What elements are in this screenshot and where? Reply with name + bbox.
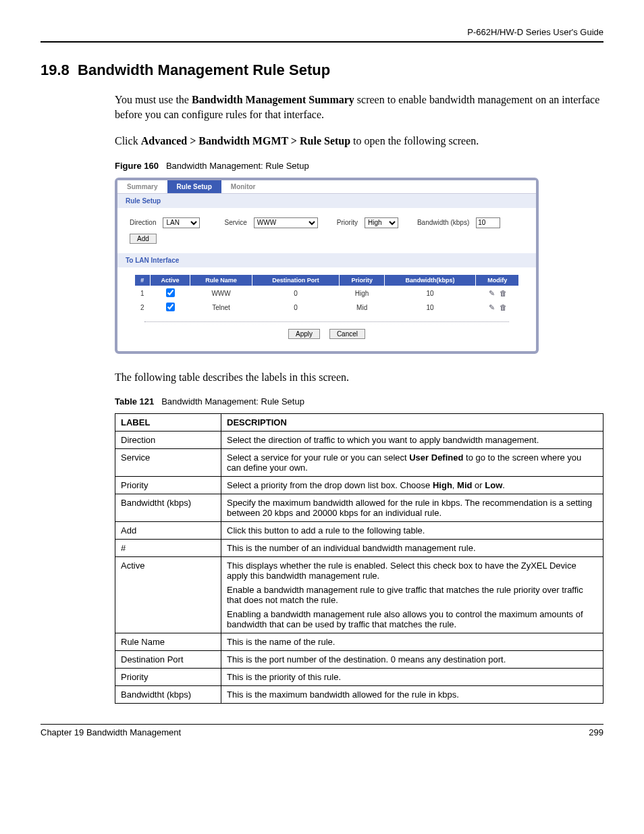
panel-rule-setup: Rule Setup: [117, 194, 536, 208]
header-rule: [41, 41, 603, 43]
text: This displays whether the rule is enable…: [227, 561, 597, 581]
service-label: Service: [224, 219, 246, 226]
tab-rule-setup[interactable]: Rule Setup: [167, 180, 221, 193]
cell-bw: 10: [385, 301, 476, 315]
edit-icon[interactable]: ✎: [487, 303, 495, 311]
cell-desc: Select a priority from the drop down lis…: [221, 477, 603, 494]
priority-label: Priority: [337, 219, 358, 226]
desc-row-bandwidth-2: Bandwidtht (kbps) This is the maximum ba…: [115, 686, 603, 704]
col-active: Active: [150, 274, 190, 286]
cell-desc: This is the port number of the destinati…: [221, 651, 603, 669]
bold-text: Bandwidth Management Summary: [192, 94, 354, 105]
cell-modify: ✎ 🗑: [476, 286, 519, 301]
priority-select[interactable]: High: [365, 217, 398, 228]
direction-select[interactable]: LAN: [163, 217, 200, 228]
tab-monitor[interactable]: Monitor: [221, 180, 265, 193]
direction-label: Direction: [130, 219, 156, 226]
footer: Chapter 19 Bandwidth Management 299: [41, 724, 603, 737]
desc-row-direction: Direction Select the direction of traffi…: [115, 432, 603, 449]
cell-priority: Mid: [340, 301, 385, 315]
tab-summary[interactable]: Summary: [117, 180, 167, 193]
cell-label: Rule Name: [115, 633, 221, 651]
table-label: Table 121: [115, 396, 154, 407]
cell-rule: WWW: [190, 286, 252, 301]
table-row: 2 Telnet 0 Mid 10 ✎ 🗑: [134, 301, 518, 315]
desc-row-service: Service Select a service for your rule o…: [115, 449, 603, 477]
cell-label: #: [115, 540, 221, 557]
cell-desc: This is the maximum bandwidth allowed fo…: [221, 686, 603, 704]
cell-label: Destination Port: [115, 651, 221, 669]
active-checkbox[interactable]: [166, 303, 175, 311]
separator: [144, 321, 509, 322]
header-guide-title: P-662H/HW-D Series User's Guide: [41, 27, 603, 37]
cell-modify: ✎ 🗑: [476, 301, 519, 315]
cell-label: Priority: [115, 477, 221, 494]
bold-text: Low: [485, 480, 502, 490]
footer-chapter: Chapter 19 Bandwidth Management: [41, 727, 181, 737]
cell-label: Priority: [115, 669, 221, 686]
col-priority: Priority: [340, 274, 385, 286]
footer-page: 299: [589, 727, 603, 737]
cell-active: [150, 301, 190, 315]
text: Enabling a bandwidth management rule als…: [227, 609, 597, 629]
apply-button[interactable]: Apply: [288, 329, 320, 339]
delete-icon[interactable]: 🗑: [499, 303, 507, 311]
desc-row-priority-2: Priority This is the priority of this ru…: [115, 669, 603, 686]
service-select[interactable]: WWW: [254, 217, 318, 228]
between-text: The following table describes the labels…: [115, 370, 603, 385]
screenshot-panel: Summary Rule Setup Monitor Rule Setup Di…: [115, 178, 539, 354]
edit-icon[interactable]: ✎: [487, 289, 495, 297]
cell-num: 1: [134, 286, 150, 301]
cell-num: 2: [134, 301, 150, 315]
section-heading: 19.8 Bandwidth Management Rule Setup: [41, 61, 603, 79]
desc-row-active: Active This displays whether the rule is…: [115, 557, 603, 633]
bandwidth-label: Bandwidth (kbps): [417, 219, 469, 226]
intro-paragraph-2: Click Advanced > Bandwidth MGMT > Rule S…: [115, 134, 603, 149]
text: .: [502, 480, 505, 490]
cell-desc: This displays whether the rule is enable…: [221, 557, 603, 633]
cell-label: Bandwidtht (kbps): [115, 494, 221, 522]
col-description: DESCRIPTION: [221, 414, 603, 432]
cell-desc: This is the name of the rule.: [221, 633, 603, 651]
tab-bar: Summary Rule Setup Monitor: [117, 180, 536, 194]
action-row: Apply Cancel: [117, 325, 536, 351]
text: to open the following screen.: [350, 135, 479, 147]
cell-active: [150, 286, 190, 301]
bandwidth-input[interactable]: [476, 217, 500, 228]
text: ,: [452, 480, 457, 490]
text: Select a priority from the drop down lis…: [227, 480, 433, 490]
text: Select a service for your rule or you ca…: [227, 452, 409, 463]
table-caption: Table 121 Bandwidth Management: Rule Set…: [115, 396, 603, 407]
rule-form-row: Direction LAN Service WWW Priority High …: [117, 208, 536, 253]
bold-text: Advanced > Bandwidth MGMT > Rule Setup: [141, 135, 350, 147]
col-num: #: [134, 274, 150, 286]
active-checkbox[interactable]: [166, 288, 175, 297]
cancel-button[interactable]: Cancel: [329, 329, 365, 339]
desc-row-num: # This is the number of an individual ba…: [115, 540, 603, 557]
text: or: [472, 480, 485, 490]
col-rule-name: Rule Name: [190, 274, 252, 286]
cell-label: Bandwidtht (kbps): [115, 686, 221, 704]
cell-bw: 10: [385, 286, 476, 301]
desc-row-rule-name: Rule Name This is the name of the rule.: [115, 633, 603, 651]
cell-dport: 0: [252, 286, 339, 301]
col-modify: Modify: [476, 274, 519, 286]
cell-label: Direction: [115, 432, 221, 449]
text: Enable a bandwidth management rule to gi…: [227, 585, 597, 605]
description-table: LABEL DESCRIPTION Direction Select the d…: [115, 413, 603, 704]
delete-icon[interactable]: 🗑: [499, 289, 507, 297]
cell-desc: Click this button to add a rule to the f…: [221, 522, 603, 540]
desc-row-add: Add Click this button to add a rule to t…: [115, 522, 603, 540]
cell-rule: Telnet: [190, 301, 252, 315]
col-label: LABEL: [115, 414, 221, 432]
desc-row-destination-port: Destination Port This is the port number…: [115, 651, 603, 669]
add-button[interactable]: Add: [130, 234, 157, 244]
text: You must use the: [115, 94, 192, 105]
cell-desc: This is the priority of this rule.: [221, 669, 603, 686]
cell-dport: 0: [252, 301, 339, 315]
cell-desc: Specify the maximum bandwidth allowed fo…: [221, 494, 603, 522]
rules-table: # Active Rule Name Destination Port Prio…: [134, 274, 519, 315]
table-row: 1 WWW 0 High 10 ✎ 🗑: [134, 286, 518, 301]
cell-desc: Select a service for your rule or you ca…: [221, 449, 603, 477]
bold-text: User Defined: [409, 452, 463, 463]
